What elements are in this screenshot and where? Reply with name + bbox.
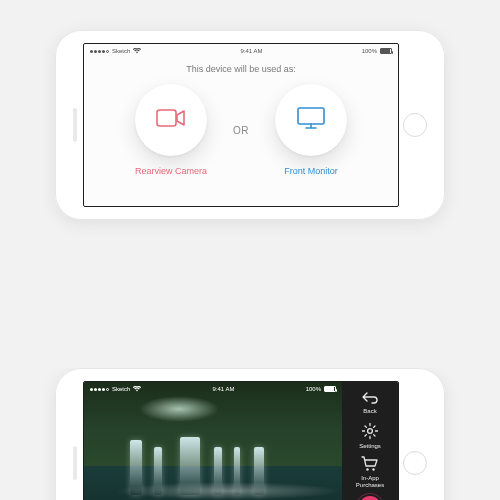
cart-icon bbox=[361, 456, 379, 472]
rearview-camera-button[interactable] bbox=[135, 84, 207, 156]
video-camera-icon bbox=[156, 107, 186, 133]
svg-point-4 bbox=[372, 469, 374, 471]
back-button[interactable]: Back bbox=[361, 391, 379, 415]
start-recording-button[interactable]: StartRecording bbox=[356, 496, 383, 500]
phone-mockup-selection: Sketch 9:41 AM 100% This device will be … bbox=[55, 30, 445, 220]
back-icon bbox=[361, 391, 379, 405]
carrier-label: Sketch bbox=[112, 48, 130, 54]
home-button[interactable] bbox=[403, 113, 427, 137]
phone-speaker bbox=[67, 374, 83, 500]
status-time: 9:41 AM bbox=[141, 386, 305, 392]
front-monitor-label: Front Monitor bbox=[284, 166, 338, 176]
svg-rect-1 bbox=[298, 108, 324, 124]
phone-mockup-camera: Sketch 9:41 AM 100% bbox=[55, 368, 445, 500]
signal-dots-icon bbox=[90, 50, 109, 53]
back-label: Back bbox=[363, 408, 376, 415]
screen-selection: Sketch 9:41 AM 100% This device will be … bbox=[83, 43, 399, 207]
home-button[interactable] bbox=[403, 451, 427, 475]
battery-icon bbox=[380, 48, 392, 54]
camera-viewport: Sketch 9:41 AM 100% bbox=[84, 382, 342, 500]
iap-label: In-AppPurchases bbox=[356, 475, 384, 489]
wifi-icon bbox=[133, 386, 141, 393]
settings-label: Settings bbox=[359, 443, 381, 450]
gear-icon bbox=[361, 422, 379, 440]
svg-point-2 bbox=[368, 428, 373, 433]
status-time: 9:41 AM bbox=[141, 48, 361, 54]
svg-point-3 bbox=[366, 469, 368, 471]
status-bar: Sketch 9:41 AM 100% bbox=[84, 382, 342, 396]
monitor-icon bbox=[296, 106, 326, 134]
battery-pct: 100% bbox=[362, 48, 377, 54]
front-monitor-button[interactable] bbox=[275, 84, 347, 156]
svg-rect-0 bbox=[157, 110, 176, 126]
wifi-icon bbox=[133, 48, 141, 55]
battery-icon bbox=[324, 386, 336, 392]
battery-pct: 100% bbox=[306, 386, 321, 392]
or-label: OR bbox=[233, 125, 249, 136]
usage-prompt: This device will be used as: bbox=[186, 64, 296, 74]
rearview-camera-label: Rearview Camera bbox=[135, 166, 207, 176]
settings-button[interactable]: Settings bbox=[359, 422, 381, 450]
side-menu: Back Settings bbox=[342, 382, 398, 500]
in-app-purchases-button[interactable]: In-AppPurchases bbox=[356, 456, 384, 489]
choice-row: Rearview Camera OR Front Monitor bbox=[135, 84, 347, 176]
phone-speaker bbox=[67, 36, 83, 214]
status-bar: Sketch 9:41 AM 100% bbox=[84, 44, 398, 58]
record-icon bbox=[359, 496, 381, 500]
signal-dots-icon bbox=[90, 388, 109, 391]
screen-camera: Sketch 9:41 AM 100% bbox=[83, 381, 399, 500]
carrier-label: Sketch bbox=[112, 386, 130, 392]
